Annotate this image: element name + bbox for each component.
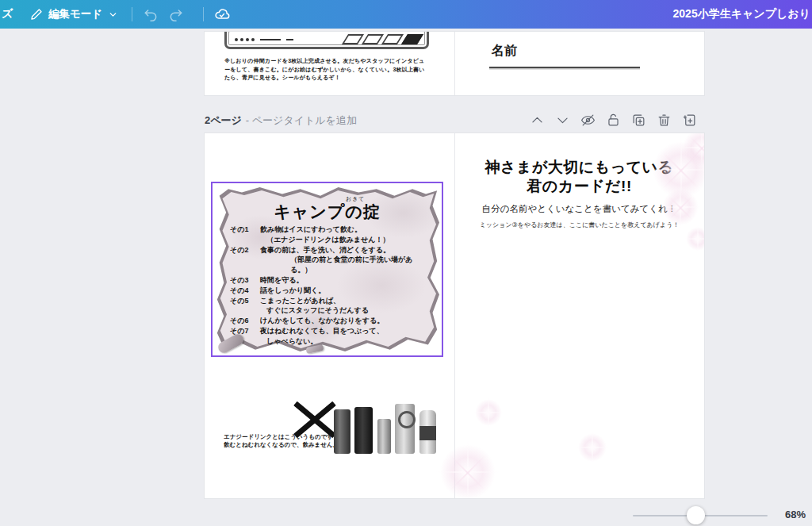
can-image (354, 407, 373, 454)
chevron-down-icon (555, 113, 570, 128)
rule-line: その3時間を守る。 (230, 275, 434, 286)
rule-line: （エナジードリンクは飲みません！） (230, 235, 434, 245)
camp-rules-parchment[interactable]: おきて キャンプの掟 その1飲み物はイスにすわって飲む。 （エナジードリンクは飲… (213, 183, 442, 355)
rule-line: その2食事の前は、手を洗い、消どくをする。 (230, 245, 434, 255)
sparkle-decoration (475, 399, 502, 426)
document-title[interactable]: 2025小学生キャンプしおり (673, 7, 810, 21)
card-page: 神さまが大切にもっている 君のカードだ!! 自分の名前やとくいなことを書いてみて… (454, 133, 704, 498)
redo-button[interactable] (168, 6, 184, 22)
pencil-icon (30, 8, 43, 21)
can-image (377, 419, 391, 454)
chevron-down-icon (108, 10, 118, 20)
page-toolbar (530, 113, 697, 128)
duplicate-page-button[interactable] (631, 113, 646, 128)
save-status-button[interactable] (214, 6, 230, 22)
hud-dots (235, 38, 293, 41)
card-page-note[interactable]: ミッション③をやるお友達は、ここに書いたことを教えてあげよう！ (454, 221, 704, 229)
rule-line: その4話をしっかり聞く。 (230, 286, 434, 296)
rules-list: その1飲み物はイスにすわって飲む。 （エナジードリンクは飲みません！） その2食… (230, 225, 434, 347)
card-page-title-line1[interactable]: 神さまが大切にもっている (454, 157, 704, 178)
rules-title: キャンプの掟 (213, 201, 442, 223)
name-field-line[interactable] (489, 67, 640, 68)
undo-button[interactable] (143, 6, 159, 22)
canva-editor: ズ 編集モード 20 (0, 0, 812, 526)
can-image (334, 409, 350, 454)
energy-drink-cans-image[interactable] (334, 403, 437, 454)
rule-line: その1飲み物はイスにすわって飲む。 (230, 225, 434, 235)
top-toolbar: ズ 編集モード 20 (0, 0, 812, 29)
rule-line: （部屋の前と食堂の前に手洗い場がある。） (230, 255, 434, 275)
can-image (395, 404, 415, 454)
resize-label-fragment[interactable]: ズ (2, 7, 13, 21)
add-page-icon (682, 113, 697, 128)
cloud-check-icon (214, 6, 230, 22)
sparkle-decoration (440, 444, 496, 498)
trash-icon (657, 113, 672, 128)
page-title-placeholder[interactable]: - ページタイトルを追加 (246, 113, 357, 128)
delete-page-button[interactable] (657, 113, 672, 128)
can-image (419, 410, 436, 454)
lock-page-button[interactable] (606, 113, 621, 128)
sparkle-decoration (578, 433, 607, 462)
redo-icon (168, 6, 184, 22)
chevron-up-icon (530, 113, 545, 128)
zoom-percentage[interactable]: 68% (785, 509, 806, 520)
rule-line: しゃべらない。 (230, 336, 434, 347)
rule-line: その6けんかをしても、なかなおりをする。 (230, 316, 434, 326)
spread-page-2[interactable]: おきて キャンプの掟 その1飲み物はイスにすわって飲む。 （エナジードリンクは飲… (205, 133, 704, 498)
rule-line: その5こまったことがあれば、 (230, 296, 434, 306)
lock-open-icon (606, 113, 621, 128)
mission-note-text[interactable]: ※しおりの仲間カードを3枚以上完成させる。友だちやスタッフにインタビューをして、… (224, 57, 427, 83)
move-page-down-button[interactable] (555, 113, 570, 128)
page-number-label: 2ページ (205, 113, 242, 128)
page-divider (454, 32, 455, 95)
zoom-slider-handle[interactable] (687, 506, 705, 524)
move-page-up-button[interactable] (530, 113, 545, 128)
undo-icon (143, 6, 159, 22)
name-field-label[interactable]: 名前 (492, 43, 517, 60)
toolbar-divider (203, 7, 204, 21)
toolbar-divider (132, 7, 132, 21)
rule-line: その7夜はねむれなくても、目をつぶって、 (230, 326, 434, 336)
sparkle-decoration (686, 227, 704, 251)
zoom-control: 68% (626, 505, 806, 525)
rule-line: すぐにスタッフにそうだんする (230, 305, 434, 316)
hud-stripes (345, 34, 420, 44)
game-hud-frame[interactable] (224, 32, 429, 49)
edit-mode-menu[interactable]: 編集モード (30, 0, 118, 29)
add-page-button[interactable] (682, 113, 697, 128)
spread-page-1[interactable]: ※しおりの仲間カードを3枚以上完成させる。友だちやスタッフにインタビューをして、… (205, 32, 704, 95)
edit-mode-label: 編集モード (48, 7, 102, 21)
hide-page-button[interactable] (580, 113, 596, 128)
energy-drink-caption[interactable]: エナジードリンクとはこういうものです→ 飲むとねむれなくなるので、飲みません。 (224, 433, 339, 449)
eye-off-icon (580, 113, 596, 128)
card-page-subtitle[interactable]: 自分の名前やとくいなことを書いてみてくれ！ (454, 203, 704, 215)
card-page-title-line2[interactable]: 君のカードだ!! (454, 176, 704, 197)
duplicate-icon (631, 113, 646, 128)
